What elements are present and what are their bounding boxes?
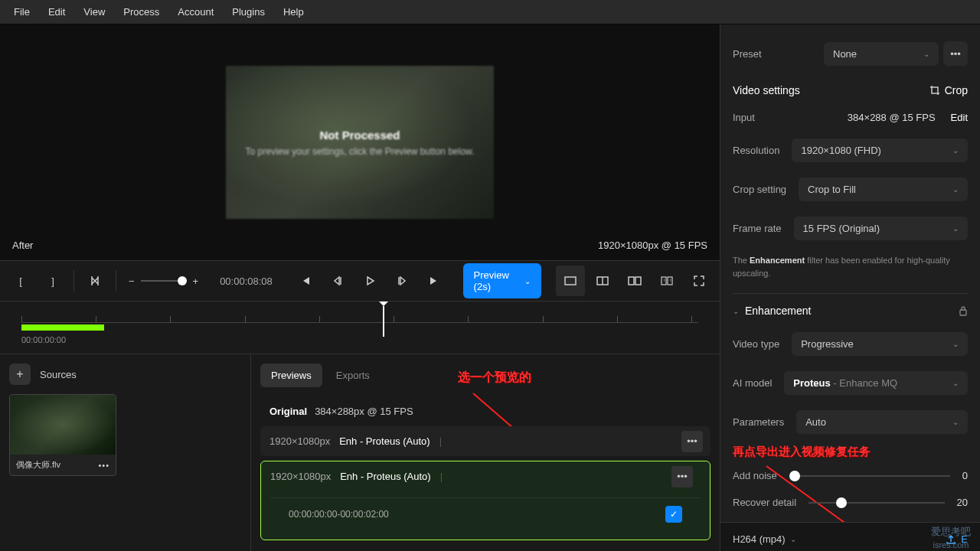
mark-out-button[interactable]: ]	[38, 266, 67, 296]
timeline-clip[interactable]	[21, 324, 104, 331]
fullscreen-button[interactable]	[684, 266, 714, 296]
add-noise-label: Add noise	[733, 470, 777, 481]
recover-detail-slider[interactable]	[808, 502, 944, 504]
not-processed-subtitle: To preview your settings, click the Prev…	[246, 146, 475, 157]
step-forward-button[interactable]	[387, 266, 416, 296]
video-type-dropdown[interactable]: Progressive⌄	[792, 332, 968, 356]
zoom-in-icon[interactable]: +	[193, 276, 199, 287]
sources-header: Sources	[40, 369, 77, 380]
annotation-2: 再点导出进入视频修复任务	[733, 442, 968, 462]
input-value: 384×288 @ 15 FPS	[848, 112, 936, 123]
frame-rate-label: Frame rate	[733, 223, 782, 234]
menu-help[interactable]: Help	[276, 2, 312, 22]
menubar: File Edit View Process Account Plugins H…	[0, 0, 980, 24]
preset-dropdown[interactable]: None⌄	[824, 42, 939, 66]
preview-thumbnail: Not Processed To preview your settings, …	[226, 66, 494, 219]
add-source-button[interactable]: +	[9, 364, 31, 385]
parameters-label: Parameters	[733, 416, 784, 428]
source-item[interactable]: 偶像大师.flv •••	[9, 394, 116, 476]
recover-detail-label: Recover detail	[733, 497, 796, 508]
timeline[interactable]: 00:00:00:00	[0, 302, 720, 354]
svg-rect-3	[635, 277, 641, 285]
watermark: 爱思考吧 isres.com	[931, 525, 971, 549]
skip-start-button[interactable]	[291, 266, 320, 296]
input-label: Input	[733, 112, 755, 123]
chevron-down-icon[interactable]: ⌄	[733, 307, 739, 315]
resolution-dropdown[interactable]: 1920×1080 (FHD)⌄	[792, 139, 968, 162]
crop-setting-label: Crop setting	[733, 184, 786, 195]
compare-button[interactable]	[652, 266, 681, 296]
view-side-by-side-button[interactable]	[620, 266, 649, 296]
preview-row-2-selected[interactable]: 1920×1080px Enh - Proteus (Auto) | ••• 0…	[260, 461, 710, 540]
tab-exports[interactable]: Exports	[325, 364, 381, 387]
add-noise-value: 0	[962, 470, 968, 481]
previews-panel: Previews Exports 选一个预览的 Original384×288p…	[251, 354, 720, 551]
menu-process[interactable]: Process	[116, 2, 167, 22]
tab-previews[interactable]: Previews	[260, 364, 322, 387]
video-type-label: Video type	[733, 338, 779, 350]
preview-row-1[interactable]: 1920×1080px Enh - Proteus (Auto) | •••	[260, 426, 710, 456]
annotation-1: 选一个预览的	[458, 370, 531, 386]
timeline-start-time: 00:00:00:00	[21, 335, 698, 344]
source-thumbnail	[10, 395, 116, 455]
video-settings-header: Video settings	[733, 84, 800, 96]
timecode-display: 00:00:08:08	[207, 276, 285, 287]
output-resolution-label: 1920×1080px @ 15 FPS	[598, 240, 707, 251]
step-back-button[interactable]	[323, 266, 352, 296]
enhancement-note: The Enhancement filter has been enabled …	[733, 248, 968, 290]
menu-edit[interactable]: Edit	[41, 2, 73, 22]
view-single-button[interactable]	[556, 266, 585, 296]
menu-file[interactable]: File	[6, 2, 38, 22]
menu-plugins[interactable]: Plugins	[224, 2, 273, 22]
ai-model-label: AI model	[733, 377, 772, 389]
source-more-icon[interactable]: •••	[98, 461, 109, 470]
preview-area: Not Processed To preview your settings, …	[0, 24, 720, 260]
zoom-out-icon[interactable]: −	[129, 276, 135, 287]
enhancement-header: Enhancement	[745, 305, 811, 317]
settings-panel: Preset None⌄ ••• Video settings Crop Inp…	[720, 24, 980, 551]
resolution-label: Resolution	[733, 145, 779, 156]
not-processed-title: Not Processed	[319, 129, 400, 142]
play-button[interactable]	[355, 266, 384, 296]
source-filename: 偶像大师.flv	[16, 459, 60, 471]
frame-rate-dropdown[interactable]: 15 FPS (Original)⌄	[794, 217, 968, 240]
row-more-button[interactable]: •••	[671, 466, 693, 487]
view-split-h-button[interactable]	[588, 266, 617, 296]
skip-end-button[interactable]	[420, 266, 449, 296]
after-label: After	[12, 240, 33, 251]
export-format[interactable]: H264 (mp4)⌄	[733, 533, 796, 545]
menu-account[interactable]: Account	[170, 2, 221, 22]
svg-rect-0	[565, 277, 576, 285]
original-info: Original384×288px @ 15 FPS	[260, 396, 710, 426]
row-more-button[interactable]: •••	[681, 431, 703, 452]
recover-detail-value: 20	[957, 497, 968, 508]
lock-icon[interactable]	[959, 305, 968, 316]
sources-panel: + Sources 偶像大师.flv •••	[0, 354, 251, 551]
preview-range: 00:00:00:00-00:00:02:00	[289, 509, 389, 520]
zoom-control[interactable]: − +	[122, 276, 204, 287]
preview-button[interactable]: Preview (2s) ⌄	[463, 263, 542, 298]
edit-input-button[interactable]: Edit	[951, 112, 968, 123]
add-noise-slider[interactable]	[789, 475, 950, 477]
ai-model-dropdown[interactable]: Proteus - Enhance MQ⌄	[784, 371, 968, 395]
playhead[interactable]	[383, 306, 384, 337]
clear-marks-button[interactable]	[80, 266, 109, 296]
crop-setting-dropdown[interactable]: Crop to Fill⌄	[799, 178, 968, 201]
preset-more-button[interactable]: •••	[943, 41, 968, 66]
menu-view[interactable]: View	[76, 2, 113, 22]
svg-rect-2	[629, 277, 634, 285]
preset-label: Preset	[733, 48, 762, 60]
player-toolbar: [ ] − + 00:00:08:08 Preview (2s) ⌄	[0, 260, 720, 302]
parameters-dropdown[interactable]: Auto⌄	[796, 410, 968, 434]
crop-button[interactable]: Crop	[929, 84, 968, 96]
check-icon[interactable]: ✓	[665, 506, 682, 523]
svg-rect-6	[960, 310, 966, 315]
mark-in-button[interactable]: [	[6, 266, 35, 296]
